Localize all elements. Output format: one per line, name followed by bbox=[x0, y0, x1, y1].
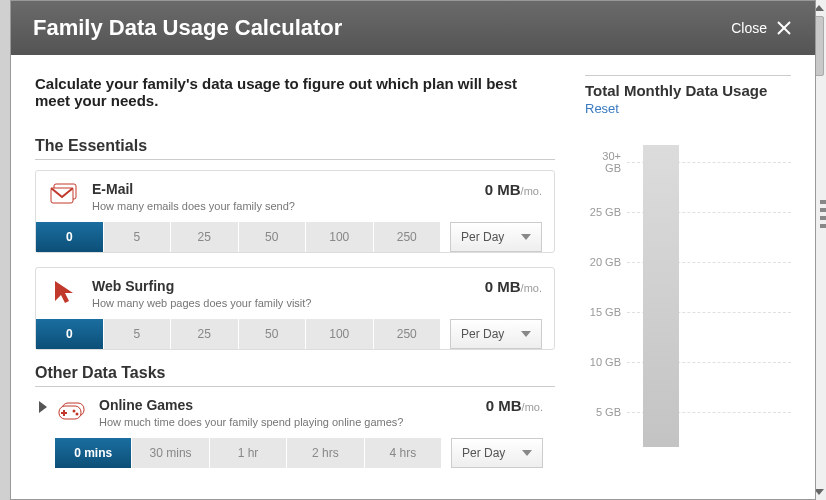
svg-marker-4 bbox=[55, 281, 73, 303]
web-usage-unit: /mo. bbox=[521, 282, 542, 294]
web-seg-25[interactable]: 25 bbox=[171, 319, 239, 349]
svg-point-9 bbox=[73, 410, 76, 413]
close-label: Close bbox=[731, 20, 767, 36]
window-title: Family Data Usage Calculator bbox=[33, 15, 342, 41]
intro-text: Calculate your family's data usage to fi… bbox=[35, 75, 555, 109]
tick-10gb: 10 GB bbox=[585, 356, 627, 368]
web-seg-5[interactable]: 5 bbox=[104, 319, 172, 349]
games-slider[interactable]: 0 mins 30 mins 1 hr 2 hrs 4 hrs bbox=[55, 438, 441, 468]
window-header: Family Data Usage Calculator Close bbox=[11, 1, 815, 55]
web-seg-100[interactable]: 100 bbox=[306, 319, 374, 349]
chevron-down-icon bbox=[522, 450, 532, 456]
games-subtitle: How much time does your family spend pla… bbox=[99, 416, 404, 428]
tick-15gb: 15 GB bbox=[585, 306, 627, 318]
games-period-value: Per Day bbox=[462, 446, 505, 460]
games-seg-30[interactable]: 30 mins bbox=[132, 438, 209, 468]
email-seg-5[interactable]: 5 bbox=[104, 222, 172, 252]
email-slider[interactable]: 0 5 25 50 100 250 bbox=[36, 222, 440, 252]
email-subtitle: How many emails does your family send? bbox=[92, 200, 295, 212]
web-seg-250[interactable]: 250 bbox=[374, 319, 441, 349]
cursor-icon bbox=[48, 278, 82, 306]
web-slider[interactable]: 0 5 25 50 100 250 bbox=[36, 319, 440, 349]
email-title: E-Mail bbox=[92, 181, 295, 197]
gamepad-icon bbox=[55, 397, 89, 425]
email-period-dropdown[interactable]: Per Day bbox=[450, 222, 542, 252]
side-scrub-handle[interactable] bbox=[820, 200, 826, 260]
card-email: E-Mail How many emails does your family … bbox=[35, 170, 555, 253]
chevron-down-icon bbox=[521, 234, 531, 240]
games-usage-unit: /mo. bbox=[522, 401, 543, 413]
email-period-value: Per Day bbox=[461, 230, 504, 244]
email-seg-25[interactable]: 25 bbox=[171, 222, 239, 252]
games-usage: 0 MB/mo. bbox=[486, 397, 543, 414]
svg-rect-8 bbox=[61, 412, 67, 414]
games-seg-1hr[interactable]: 1 hr bbox=[210, 438, 287, 468]
chevron-down-icon bbox=[521, 331, 531, 337]
usage-gauge: 30+ GB 25 GB 20 GB 15 GB 10 GB 5 GB bbox=[585, 137, 791, 447]
email-icon bbox=[48, 181, 82, 209]
tick-30gb: 30+ GB bbox=[585, 150, 627, 174]
tick-25gb: 25 GB bbox=[585, 206, 627, 218]
card-web: Web Surfing How many web pages does your… bbox=[35, 267, 555, 350]
expand-arrow-icon[interactable] bbox=[35, 401, 51, 413]
games-seg-0[interactable]: 0 mins bbox=[55, 438, 132, 468]
tick-20gb: 20 GB bbox=[585, 256, 627, 268]
email-seg-50[interactable]: 50 bbox=[239, 222, 307, 252]
web-seg-50[interactable]: 50 bbox=[239, 319, 307, 349]
games-usage-value: 0 MB bbox=[486, 397, 522, 414]
web-usage: 0 MB/mo. bbox=[485, 278, 542, 295]
email-usage: 0 MB/mo. bbox=[485, 181, 542, 198]
email-usage-value: 0 MB bbox=[485, 181, 521, 198]
web-period-dropdown[interactable]: Per Day bbox=[450, 319, 542, 349]
calculator-window: Family Data Usage Calculator Close Calcu… bbox=[10, 0, 816, 500]
section-essentials-title: The Essentials bbox=[35, 137, 555, 155]
svg-point-10 bbox=[76, 413, 79, 416]
web-seg-0[interactable]: 0 bbox=[36, 319, 104, 349]
games-seg-4hrs[interactable]: 4 hrs bbox=[365, 438, 441, 468]
usage-bar bbox=[643, 145, 679, 447]
reset-link[interactable]: Reset bbox=[585, 101, 619, 116]
web-subtitle: How many web pages does your family visi… bbox=[92, 297, 311, 309]
email-seg-0[interactable]: 0 bbox=[36, 222, 104, 252]
games-period-dropdown[interactable]: Per Day bbox=[451, 438, 543, 468]
email-usage-unit: /mo. bbox=[521, 185, 542, 197]
web-period-value: Per Day bbox=[461, 327, 504, 341]
close-button[interactable]: Close bbox=[731, 19, 793, 37]
email-seg-100[interactable]: 100 bbox=[306, 222, 374, 252]
gauge-title: Total Monthly Data Usage bbox=[585, 75, 791, 99]
web-title: Web Surfing bbox=[92, 278, 311, 294]
games-seg-2hrs[interactable]: 2 hrs bbox=[287, 438, 364, 468]
games-title: Online Games bbox=[99, 397, 404, 413]
email-seg-250[interactable]: 250 bbox=[374, 222, 441, 252]
web-usage-value: 0 MB bbox=[485, 278, 521, 295]
close-icon bbox=[775, 19, 793, 37]
section-other-title: Other Data Tasks bbox=[35, 364, 555, 382]
tick-5gb: 5 GB bbox=[585, 406, 627, 418]
